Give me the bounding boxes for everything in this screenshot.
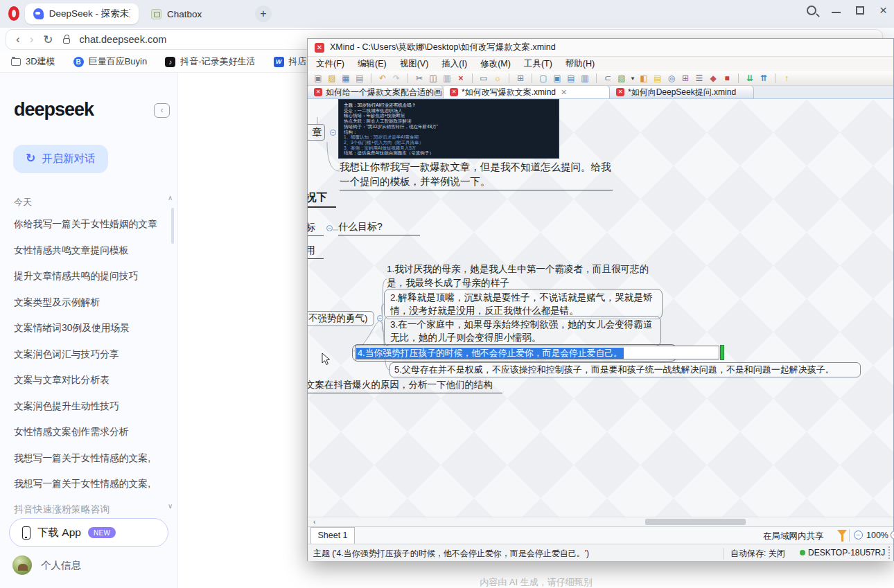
save-icon[interactable]: ▦ xyxy=(340,72,351,84)
undo-icon[interactable]: ↶ xyxy=(377,72,388,84)
mindmap-canvas[interactable]: 主题：30岁转行AI行业还有机会吗？ 受众：一二线城市焦虑职场人 核心情绪：年龄… xyxy=(308,99,893,517)
delete-icon[interactable]: × xyxy=(455,72,466,84)
stop-icon[interactable]: ■ xyxy=(721,72,733,84)
attachment-icon[interactable]: ⊂ xyxy=(602,72,613,84)
menu-file[interactable]: 文件(F) xyxy=(316,58,344,70)
chat-item[interactable]: 女性情感共鸣文章提问模板 xyxy=(14,244,163,258)
maximize-icon[interactable] xyxy=(856,6,864,15)
notes-icon[interactable]: ▤ xyxy=(652,72,663,84)
horizontal-scrollbar[interactable]: ‹ xyxy=(308,517,893,526)
scrollbar-thumb[interactable] xyxy=(645,519,746,525)
collapse-minus-icon[interactable]: − xyxy=(377,315,383,321)
selected-text[interactable]: 4.当你强势打压孩子的时候，他不会停止爱你，而是会停止爱自己。 xyxy=(356,348,624,359)
chat-item[interactable]: 文案与文章对比分析表 xyxy=(14,374,163,388)
resize-grip[interactable] xyxy=(888,546,894,559)
minimize-icon[interactable] xyxy=(832,12,841,13)
chat-item[interactable]: 抖音快速涨粉策略咨询 xyxy=(14,504,163,517)
overview-icon[interactable]: ⊞ xyxy=(515,72,526,84)
filter-funnel-icon[interactable] xyxy=(837,530,847,536)
tab-close-icon[interactable]: ✕ xyxy=(561,88,567,97)
topic-item-2[interactable]: 2.解释就是顶嘴，沉默就是耍性子，不说话就是赌气，哭就是矫 情，没考好就是没用，… xyxy=(384,289,663,319)
menu-edit[interactable]: 编辑(E) xyxy=(358,58,387,70)
print-icon[interactable]: ▤ xyxy=(354,72,365,84)
topic-prompt[interactable]: 我想让你帮我写一款爆款文章，但是我不知道怎么提问。给我一个提问的模板，并举例说一… xyxy=(340,160,613,190)
search-icon[interactable] xyxy=(807,6,816,15)
menu-tools[interactable]: 工具(T) xyxy=(524,58,552,70)
boundary-icon[interactable]: ◧ xyxy=(638,72,649,84)
hyperlink-icon[interactable]: ◎ xyxy=(666,72,677,84)
matrix-icon[interactable]: ⊞ xyxy=(680,72,691,84)
sidebar-collapse-button[interactable]: ‹ xyxy=(154,103,170,118)
paste-icon[interactable]: ▥ xyxy=(441,72,453,84)
topic-yong-clipped[interactable]: 用 xyxy=(308,244,324,259)
bookmark-douyin[interactable]: ♪抖音-记录美好生活 xyxy=(165,55,255,68)
topic-courage-clipped[interactable]: 不强势的勇气) xyxy=(308,311,374,326)
menu-view[interactable]: 视图(V) xyxy=(400,58,429,70)
topic-item-1[interactable]: 1.我讨厌我的母亲，她是我人生中第一个霸凌者，而且很可悲的 是，我最终长成了母亲… xyxy=(387,262,661,290)
browser-tab-deepseek[interactable]: DeepSeek - 探索未至之境 xyxy=(25,3,139,24)
chat-item[interactable]: 我想写一篇关于女性情感的文案, xyxy=(14,452,163,466)
topic-kuangxia-clipped[interactable]: 况下 xyxy=(308,190,336,208)
chat-item[interactable]: 文案情绪词30例及使用场景 xyxy=(14,322,163,336)
chat-item[interactable]: 文案类型及示例解析 xyxy=(14,296,163,310)
new-chat-button[interactable]: ↻ 开启新对话 xyxy=(13,145,108,173)
cut-icon[interactable]: ✂ xyxy=(414,72,425,84)
menu-modify[interactable]: 修改(M) xyxy=(480,58,511,70)
chat-item[interactable]: 女性情感文案创作需求分析 xyxy=(14,426,163,440)
idea-icon[interactable]: ☼ xyxy=(492,72,503,84)
doc-tab-2-active[interactable]: ✕ *如何改写爆款文案.xmind ✕ xyxy=(444,85,610,98)
redo-icon[interactable]: ↷ xyxy=(391,72,402,84)
open-icon[interactable]: ▨ xyxy=(326,72,338,84)
zoom-out-icon[interactable]: − xyxy=(854,531,863,540)
collapse-minus-icon[interactable]: − xyxy=(330,130,336,136)
download-app-button[interactable]: 下载 App NEW xyxy=(9,518,168,547)
audio-note-icon[interactable]: ◆ xyxy=(708,72,719,84)
selection-handle[interactable] xyxy=(720,345,724,360)
collapse-minus-icon[interactable]: − xyxy=(326,225,333,231)
chat-item[interactable]: 我想写一篇关于女性情感的文案, xyxy=(14,478,163,492)
insert-subtopic-icon[interactable]: ▣ xyxy=(552,72,563,84)
menu-insert[interactable]: 插入(I) xyxy=(441,58,467,70)
autosave-status[interactable]: 自动保存: 关闭 xyxy=(723,548,785,560)
sync-upload-icon[interactable]: ⇈ xyxy=(758,72,769,84)
chat-item[interactable]: 文案润色提升生动性技巧 xyxy=(14,400,163,414)
bookmark-buyin[interactable]: B巨量百应Buyin xyxy=(73,55,148,68)
sync-download-icon[interactable]: ⇊ xyxy=(744,72,755,84)
chat-item[interactable]: 文案润色词汇与技巧分享 xyxy=(14,348,163,362)
chevron-down-icon[interactable]: ∨ xyxy=(168,502,173,510)
screenshot-node[interactable]: 主题：30岁转行AI行业还有机会吗？ 受众：一二线城市焦虑职场人 核心情绪：年龄… xyxy=(338,99,559,159)
sidebar-scrollbar[interactable] xyxy=(171,208,174,244)
forward-icon[interactable]: › xyxy=(30,33,34,46)
insert-topic-icon[interactable]: ▢ xyxy=(538,72,549,84)
lan-share-label[interactable]: 在局域网内共享 xyxy=(763,531,824,542)
topic-goal[interactable]: 什么目标? xyxy=(338,221,420,235)
topic-article-clipped[interactable]: 章 xyxy=(308,124,325,141)
chat-item[interactable]: 你给我写一篇关于女性婚姻的文章 xyxy=(14,218,163,232)
bookmark-3d[interactable]: 3D建模 xyxy=(11,55,55,68)
doc-tab-3[interactable]: ✕ *如何向DeepSeek提问.xmind xyxy=(610,85,754,98)
topic-biao-clipped[interactable]: 标 xyxy=(308,222,324,236)
xmind-title-bar[interactable]: ✕ XMind - C:\Users\莫欧娜\Desktop\如何改写爆款文案.… xyxy=(308,39,893,57)
chevron-up-icon[interactable]: ∧ xyxy=(168,194,173,202)
profile-button[interactable]: 个人信息 xyxy=(12,555,81,575)
copy-icon[interactable]: ◫ xyxy=(428,72,439,84)
url-text[interactable]: chat.deepseek.com xyxy=(80,34,167,45)
topic-item-3[interactable]: 3.在一个家庭中，如果母亲始终控制欲强，她的女儿会变得霸道 无比，她的儿子则会变… xyxy=(384,316,661,346)
scroll-left-icon[interactable]: ‹ xyxy=(313,518,315,526)
browser-tab-chatbox[interactable]: Chatbox xyxy=(143,3,210,24)
reload-icon[interactable]: ↻ xyxy=(43,33,53,47)
new-workbook-icon[interactable]: ▣ xyxy=(313,72,324,84)
promote-icon[interactable]: ↑ xyxy=(781,72,792,84)
menu-help[interactable]: 帮助(H) xyxy=(566,58,595,70)
chat-item[interactable]: 提升文章情感共鸣的提问技巧 xyxy=(14,270,163,284)
image-icon[interactable]: ▧ xyxy=(616,72,627,84)
close-icon[interactable]: × xyxy=(879,6,887,15)
outline-icon[interactable]: ☰ xyxy=(694,72,705,84)
presentation-icon[interactable]: ▭ xyxy=(478,72,489,84)
topic-item-5[interactable]: 5.父母存在并不是权威，不应该操控和控制孩子，而是要和孩子统一战线解决问题，不是… xyxy=(389,362,861,377)
new-tab-button[interactable]: + xyxy=(255,6,272,22)
zoom-in-icon[interactable]: + xyxy=(891,531,894,540)
insert-summary-icon[interactable]: ▥ xyxy=(579,72,590,84)
sheet-tab[interactable]: Sheet 1 xyxy=(310,527,355,544)
topic-bottom-clipped[interactable]: 文案在抖音爆火的原因，分析一下他们的结构 xyxy=(308,379,502,393)
